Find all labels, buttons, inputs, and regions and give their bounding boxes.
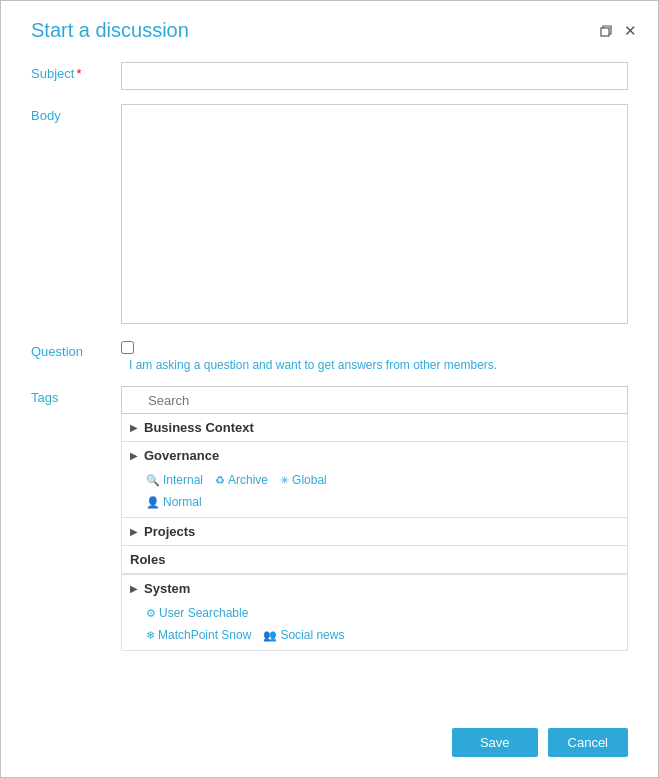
- save-button[interactable]: Save: [452, 728, 538, 757]
- svg-rect-0: [601, 28, 609, 36]
- dialog-footer: Save Cancel: [1, 714, 658, 777]
- tag-archive[interactable]: ♻ Archive: [215, 473, 268, 487]
- tag-matchpoint-snow-label: MatchPoint Snow: [158, 628, 251, 642]
- global-icon: ✳: [280, 474, 289, 487]
- body-textarea[interactable]: [121, 104, 628, 324]
- tree-section-roles: Roles: [122, 546, 627, 575]
- body-label: Body: [31, 104, 121, 123]
- tree-toggle-system: ▶: [130, 583, 138, 594]
- tree-label-governance: Governance: [144, 448, 219, 463]
- tags-content: 🔍 ▶ Business Context ▶: [121, 386, 628, 651]
- tag-normal-label: Normal: [163, 495, 202, 509]
- titlebar-buttons: ✕: [598, 23, 638, 39]
- start-discussion-dialog: Start a discussion ✕ Subject* Body: [0, 0, 659, 778]
- body-row: Body: [31, 104, 628, 327]
- search-wrapper: 🔍: [121, 386, 628, 414]
- tag-global[interactable]: ✳ Global: [280, 473, 327, 487]
- tree-section-business-context: ▶ Business Context: [122, 414, 627, 442]
- restore-icon: [600, 25, 612, 37]
- tree-header-governance[interactable]: ▶ Governance: [122, 442, 627, 469]
- tag-global-label: Global: [292, 473, 327, 487]
- archive-icon: ♻: [215, 474, 225, 487]
- tag-internal[interactable]: 🔍 Internal: [146, 473, 203, 487]
- required-star: *: [76, 66, 81, 81]
- tree-header-projects[interactable]: ▶ Projects: [122, 518, 627, 545]
- tag-normal[interactable]: 👤 Normal: [146, 495, 202, 509]
- body-control: [121, 104, 628, 327]
- question-row: Question I am asking a question and want…: [31, 341, 628, 372]
- tree-toggle-projects: ▶: [130, 526, 138, 537]
- dialog-title: Start a discussion: [31, 19, 189, 42]
- tree-toggle-governance: ▶: [130, 450, 138, 461]
- question-check-row: [121, 341, 628, 354]
- tree-label-system: System: [144, 581, 190, 596]
- dialog-titlebar: Start a discussion ✕: [1, 1, 658, 52]
- subject-input[interactable]: [121, 62, 628, 90]
- tree-body-system: ⚙ User Searchable ❄ MatchPoint Snow 👥 So…: [122, 602, 627, 650]
- cancel-button[interactable]: Cancel: [548, 728, 628, 757]
- tag-social-news[interactable]: 👥 Social news: [263, 628, 344, 642]
- user-searchable-icon: ⚙: [146, 607, 156, 620]
- tags-label: Tags: [31, 386, 121, 405]
- tree-label-business-context: Business Context: [144, 420, 254, 435]
- question-label: Question: [31, 341, 121, 359]
- tags-row: Tags 🔍 ▶ Business Context: [31, 386, 628, 651]
- tree-section-system: ▶ System ⚙ User Searchable ❄ MatchPo: [122, 575, 627, 650]
- question-content: I am asking a question and want to get a…: [121, 341, 628, 372]
- tag-social-news-label: Social news: [280, 628, 344, 642]
- close-button[interactable]: ✕: [622, 23, 638, 39]
- tag-internal-label: Internal: [163, 473, 203, 487]
- social-news-icon: 👥: [263, 629, 277, 642]
- tree-header-business-context[interactable]: ▶ Business Context: [122, 414, 627, 441]
- normal-icon: 👤: [146, 496, 160, 509]
- question-text: I am asking a question and want to get a…: [129, 358, 628, 372]
- tag-matchpoint-snow[interactable]: ❄ MatchPoint Snow: [146, 628, 251, 642]
- internal-icon: 🔍: [146, 474, 160, 487]
- tag-user-searchable-label: User Searchable: [159, 606, 248, 620]
- matchpoint-snow-icon: ❄: [146, 629, 155, 642]
- tree-section-projects: ▶ Projects: [122, 518, 627, 546]
- tag-user-searchable[interactable]: ⚙ User Searchable: [146, 606, 248, 620]
- question-checkbox[interactable]: [121, 341, 134, 354]
- dialog-content: Subject* Body Question I am asking a que…: [1, 52, 658, 714]
- tag-archive-label: Archive: [228, 473, 268, 487]
- tree-toggle-business-context: ▶: [130, 422, 138, 433]
- subject-control: [121, 62, 628, 90]
- tags-search-input[interactable]: [121, 386, 628, 414]
- subject-row: Subject*: [31, 62, 628, 90]
- tree-label-projects: Projects: [144, 524, 195, 539]
- tags-tree: ▶ Business Context ▶ Governance 🔍: [121, 414, 628, 651]
- restore-button[interactable]: [598, 23, 614, 39]
- subject-label: Subject*: [31, 62, 121, 81]
- tree-section-governance: ▶ Governance 🔍 Internal ♻ Archive: [122, 442, 627, 518]
- tree-body-governance: 🔍 Internal ♻ Archive ✳ Global: [122, 469, 627, 517]
- tree-label-roles: Roles: [122, 546, 627, 574]
- tree-header-system[interactable]: ▶ System: [122, 575, 627, 602]
